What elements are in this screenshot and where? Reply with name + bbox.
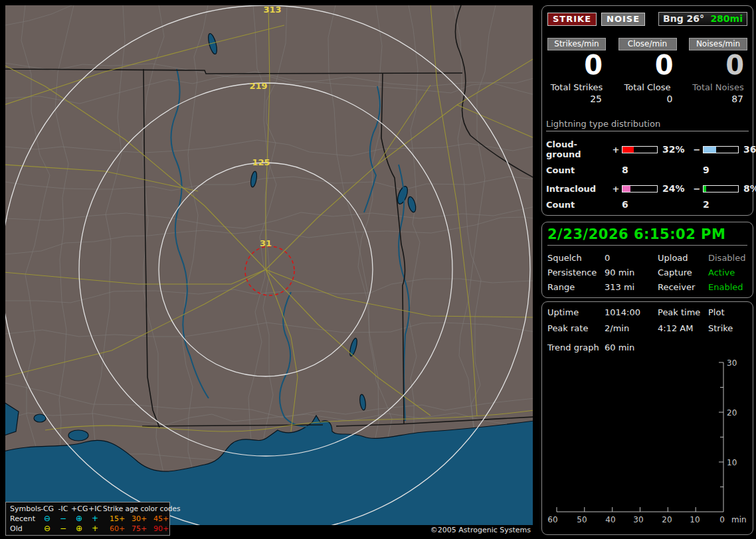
- legend-symbols-header: Symbols: [10, 504, 39, 514]
- total-strikes-label: Total Strikes: [547, 82, 606, 92]
- pos-cg-recent-icon: ⊕: [71, 514, 87, 523]
- symbol-legend: Symbols -CG -IC +CG +IC Strike age color…: [5, 502, 170, 536]
- capture-label: Capture: [658, 268, 708, 277]
- cg-negative-bar: [703, 146, 739, 153]
- datetime-display: 2/23/2026 6:15:02 PM: [547, 226, 747, 246]
- pos-ic-recent-icon: +: [87, 514, 103, 523]
- y-tick-10: 10: [727, 458, 737, 467]
- intracloud-row: Intracloud + 24% − 8%: [546, 183, 749, 194]
- cg-positive-count: 8: [622, 165, 659, 175]
- y-tick-20: 20: [727, 408, 737, 418]
- strikes-per-min-column: Strikes/min 0 Total Strikes 25: [547, 38, 606, 104]
- strikes-per-min-label: Strikes/min: [547, 38, 606, 50]
- cg-negative-pct: 36%: [741, 144, 756, 155]
- cg-negative-count: 9: [703, 165, 740, 175]
- squelch-label: Squelch: [547, 253, 605, 263]
- ic-negative-count: 2: [703, 199, 740, 210]
- legend-row-old-label: Old: [10, 524, 39, 534]
- counters-panel: STRIKE NOISE Bng 26° 280mi Strikes/min 0…: [541, 5, 753, 216]
- plot-mode-value: Strike: [708, 323, 747, 333]
- close-per-min-column: Close/min 0 Total Close 0: [618, 38, 677, 104]
- x-tick-0: 0: [719, 515, 725, 524]
- trend-graph-chart: 30 20 10 60 50 40 30 20 10 0 min: [542, 302, 753, 534]
- persistence-value: 90 min: [605, 268, 658, 277]
- neg-ic-recent-icon: −: [55, 514, 71, 523]
- intracloud-count-row: Count 6 2: [546, 199, 749, 210]
- status-panel: 2/23/2026 6:15:02 PM Squelch 0 Upload Di…: [541, 222, 753, 298]
- uptime-label: Uptime: [547, 307, 605, 317]
- total-close-label: Total Close: [618, 82, 677, 92]
- legend-age-header: Strike age color codes: [103, 504, 175, 514]
- x-tick-60: 60: [547, 515, 557, 524]
- legend-col-neg-cg: -CG: [39, 504, 55, 514]
- ring-label-313: 313: [263, 5, 281, 15]
- minus-sign: −: [692, 145, 702, 155]
- close-per-min-label: Close/min: [618, 38, 677, 50]
- x-tick-30: 30: [633, 515, 643, 524]
- x-tick-10: 10: [690, 515, 700, 524]
- distribution-title: Lightning type distribution: [546, 119, 749, 131]
- age-code-60: 60+: [110, 524, 132, 534]
- upload-label: Upload: [658, 253, 708, 263]
- count-label: Count: [546, 165, 610, 175]
- peak-rate-label: Peak rate: [547, 323, 605, 333]
- trend-x-tick-labels: 60 50 40 30 20 10 0 min: [547, 515, 746, 524]
- ring-label-125: 125: [252, 157, 270, 167]
- total-strikes-value: 25: [547, 94, 606, 104]
- trend-graph-window: 60 min: [605, 343, 747, 352]
- total-noises-value: 87: [689, 94, 747, 104]
- age-code-90: 90+: [153, 524, 175, 534]
- intracloud-label: Intracloud: [546, 184, 610, 194]
- strikes-per-min-value: 0: [547, 50, 606, 80]
- x-tick-40: 40: [605, 515, 615, 524]
- cg-positive-bar: [622, 146, 658, 153]
- noises-per-min-column: Noises/min 0 Total Noises 87: [689, 38, 747, 104]
- legend-col-pos-ic: +IC: [87, 504, 103, 514]
- ring-label-219: 219: [249, 81, 267, 91]
- bearing-range-value: 280mi: [710, 13, 743, 24]
- peak-rate-value: 2/min: [605, 323, 658, 333]
- receiver-status: Enabled: [708, 282, 747, 292]
- range-value: 313 mi: [605, 282, 658, 292]
- ring-label-31: 31: [260, 238, 272, 248]
- trend-graph-label: Trend graph: [547, 343, 605, 352]
- ic-positive-count: 6: [622, 199, 659, 210]
- age-code-15: 15+: [110, 514, 132, 524]
- cloud-ground-label: Cloud-ground: [546, 139, 610, 159]
- total-noises-label: Total Noises: [689, 82, 747, 92]
- pos-cg-old-icon: ⊕: [71, 524, 87, 533]
- close-per-min-value: 0: [618, 50, 677, 80]
- bearing-readout: Bng 26° 280mi: [658, 12, 747, 26]
- ic-negative-pct: 8%: [741, 183, 756, 194]
- plus-sign: +: [611, 145, 620, 155]
- noises-per-min-label: Noises/min: [689, 38, 747, 50]
- ic-positive-pct: 24%: [660, 183, 691, 194]
- plot-label: Plot: [708, 307, 747, 317]
- lightning-map[interactable]: 313 219 125 31: [5, 5, 533, 525]
- range-label: Range: [547, 282, 605, 292]
- legend-col-neg-ic: -IC: [55, 504, 71, 514]
- legend-row-recent-label: Recent: [10, 514, 39, 524]
- receiver-label: Receiver: [658, 282, 708, 292]
- cg-positive-pct: 32%: [660, 144, 691, 155]
- age-code-30: 30+: [132, 514, 153, 524]
- capture-status: Active: [708, 268, 747, 277]
- trend-panel: Uptime 1014:00 Peak time Plot Peak rate …: [541, 301, 753, 535]
- trend-y-tick-labels: 30 20 10: [727, 358, 737, 467]
- ic-positive-bar: [622, 185, 658, 193]
- minus-sign: −: [692, 184, 702, 194]
- uptime-value: 1014:00: [605, 307, 658, 317]
- peak-time-value: 4:12 AM: [658, 323, 708, 333]
- y-tick-30: 30: [727, 358, 737, 368]
- cloud-ground-row: Cloud-ground + 32% − 36%: [546, 139, 749, 159]
- legend-col-pos-cg: +CG: [71, 504, 87, 514]
- count-label: Count: [546, 200, 610, 210]
- x-tick-20: 20: [662, 515, 672, 524]
- noise-mode-button[interactable]: NOISE: [601, 13, 645, 26]
- persistence-label: Persistence: [547, 268, 605, 277]
- x-axis-unit: min: [731, 515, 747, 524]
- squelch-value: 0: [605, 253, 658, 263]
- age-code-45: 45+: [153, 514, 175, 524]
- strike-mode-button[interactable]: STRIKE: [547, 13, 597, 26]
- peak-time-label: Peak time: [658, 307, 708, 317]
